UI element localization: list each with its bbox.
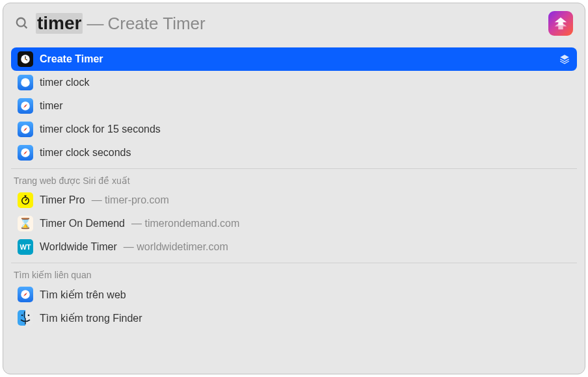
svg-line-18 xyxy=(25,199,27,201)
finder-icon xyxy=(18,310,33,326)
wt-icon: WT xyxy=(18,239,33,255)
results-list: Create Timer timer clock timer t xyxy=(3,44,585,374)
stack-icon xyxy=(559,53,570,65)
result-title: Timer On Demend xyxy=(40,218,125,229)
hourglass-icon: ⌛ xyxy=(18,216,33,231)
safari-icon xyxy=(18,145,33,161)
result-title: Timer Pro xyxy=(40,194,85,206)
safari-icon xyxy=(18,75,33,90)
result-suggestion[interactable]: timer clock for 15 seconds xyxy=(11,118,577,141)
result-title: timer clock seconds xyxy=(40,147,131,159)
result-title: Create Timer xyxy=(40,53,103,65)
search-row: timer — Create Timer xyxy=(3,3,585,44)
svg-point-22 xyxy=(21,315,23,317)
result-title: Tìm kiếm trong Finder xyxy=(40,312,142,324)
clock-icon xyxy=(18,51,33,67)
result-subtitle: — worldwidetimer.com xyxy=(124,241,228,253)
result-title: timer clock for 15 seconds xyxy=(40,124,161,135)
result-siri-web[interactable]: WT Worldwide Timer — worldwidetimer.com xyxy=(11,235,577,259)
svg-line-1 xyxy=(24,25,27,28)
result-title: Tìm kiếm trên web xyxy=(40,289,126,301)
shortcuts-app-icon xyxy=(548,11,573,36)
search-suggestion: Create Timer xyxy=(107,14,205,34)
result-suggestion[interactable]: timer xyxy=(11,94,577,118)
result-siri-web[interactable]: Timer Pro — timer-pro.com xyxy=(11,188,577,212)
stopwatch-icon xyxy=(18,192,33,208)
spotlight-window: timer — Create Timer Create Timer xyxy=(3,3,585,374)
result-related-web[interactable]: Tìm kiếm trên web xyxy=(11,283,577,306)
search-dash: — xyxy=(87,14,103,34)
safari-icon xyxy=(18,98,33,114)
section-header-siri-web: Trang web được Siri đề xuất xyxy=(11,170,577,188)
svg-point-23 xyxy=(28,315,30,317)
section-header-related: Tìm kiếm liên quan xyxy=(11,265,577,283)
safari-icon xyxy=(18,287,33,302)
svg-point-0 xyxy=(17,18,25,27)
divider xyxy=(11,263,577,263)
result-suggestion[interactable]: timer clock seconds xyxy=(11,141,577,164)
search-query-text: timer xyxy=(36,13,83,34)
result-subtitle: — timerondemand.com xyxy=(131,218,239,229)
svg-rect-16 xyxy=(25,196,27,197)
result-subtitle: — timer-pro.com xyxy=(92,194,169,206)
safari-icon xyxy=(18,122,33,137)
result-title: timer clock xyxy=(40,77,89,88)
result-related-finder[interactable]: Tìm kiếm trong Finder xyxy=(11,306,577,330)
result-title: timer xyxy=(40,100,63,112)
result-siri-web[interactable]: ⌛ Timer On Demend — timerondemand.com xyxy=(11,212,577,235)
result-suggestion[interactable]: timer clock xyxy=(11,71,577,94)
divider xyxy=(11,168,577,169)
search-input[interactable]: timer — Create Timer xyxy=(36,13,542,34)
result-top-hit[interactable]: Create Timer xyxy=(11,47,577,71)
svg-point-5 xyxy=(25,58,26,60)
result-title: Worldwide Timer xyxy=(40,241,117,253)
search-icon xyxy=(15,16,29,31)
